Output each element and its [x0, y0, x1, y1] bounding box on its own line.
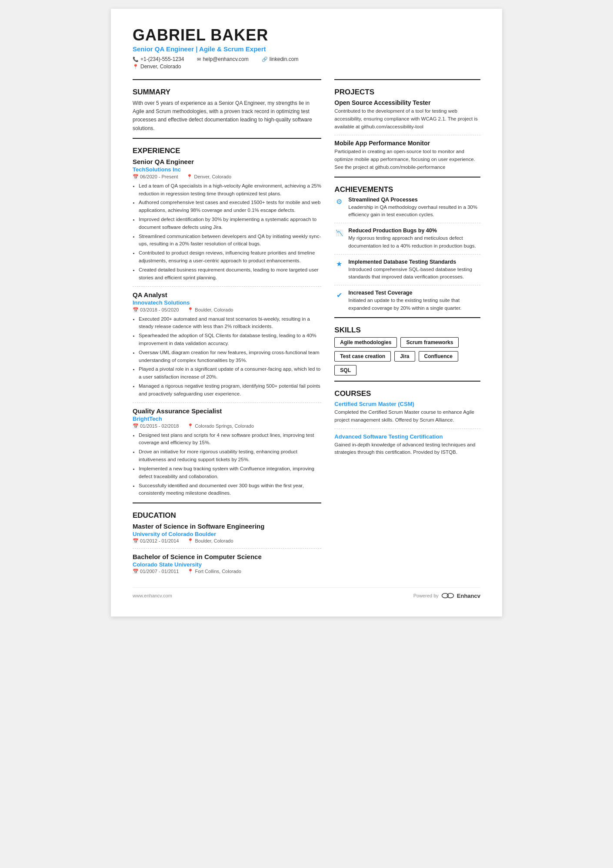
skills-grid: Agile methodologies Scrum frameworks Tes…	[334, 337, 480, 375]
skill-tag-1: Agile methodologies	[334, 337, 397, 348]
bullet-item: Played a pivotal role in a significant u…	[139, 365, 321, 381]
edu-location-1: 📍 Boulder, Colorado	[187, 538, 233, 544]
location-contact: 📍 Denver, Colorado	[133, 64, 181, 70]
summary-divider	[133, 79, 321, 80]
courses-title: COURSES	[334, 389, 480, 398]
achievements-divider	[334, 177, 480, 178]
achievement-item-4: ✔ Increased Test Coverage Initiated an u…	[334, 290, 480, 312]
degree-2: Bachelor of Science in Computer Science	[133, 553, 321, 560]
edu-cal-icon-1: 📅	[133, 538, 139, 543]
edu-item-2: Bachelor of Science in Computer Science …	[133, 553, 321, 574]
job-item: Quality Assurance Specialist BrightTech …	[133, 407, 321, 498]
courses-section: COURSES Certified Scrum Master (CSM) Com…	[334, 381, 480, 456]
education-title: EDUCATION	[133, 511, 321, 520]
job-bullets-1: Led a team of QA specialists in a high-v…	[133, 182, 321, 282]
email-contact: ✉ help@enhancv.com	[197, 56, 248, 62]
edu-date-1: 📅 01/2012 - 01/2014	[133, 538, 179, 544]
skill-tag-2: Scrum frameworks	[400, 337, 459, 348]
bullet-item: Improved defect identification by 30% by…	[139, 216, 321, 231]
job-bullets-2: Executed 200+ automated and manual test …	[133, 315, 321, 398]
enhancv-brand-name: Enhancv	[457, 593, 480, 599]
job-meta-2: 📅 03/2018 - 05/2020 📍 Boulder, Colorado	[133, 307, 321, 313]
achievement-title-4: Increased Test Coverage	[348, 290, 480, 296]
projects-title: PROJECTS	[334, 88, 480, 97]
ach-divider-1	[334, 223, 480, 223]
linkedin-contact: 🔗 linkedin.com	[262, 56, 299, 62]
edu-loc-icon-2: 📍	[187, 569, 193, 574]
bullet-item: Implemented a new bug tracking system wi…	[139, 465, 321, 481]
achievement-icon-1: ⚙	[334, 197, 344, 207]
candidate-title: Senior QA Engineer | Agile & Scrum Exper…	[133, 45, 480, 53]
main-content: SUMMARY With over 5 years of experience …	[133, 74, 480, 574]
edu-meta-1: 📅 01/2012 - 01/2014 📍 Boulder, Colorado	[133, 538, 321, 544]
achievements-title: ACHIEVEMENTS	[334, 185, 480, 194]
location-icon: 📍	[133, 64, 139, 70]
bullet-item: Authored comprehensive test cases and ex…	[139, 199, 321, 214]
edu-item-1: Master of Science in Software Engineerin…	[133, 523, 321, 544]
achievement-item-2: 📉 Reduced Production Bugs by 40% My rigo…	[334, 228, 480, 250]
course-item-2: Advanced Software Testing Certification …	[334, 433, 480, 457]
achievements-section: ACHIEVEMENTS ⚙ Streamlined QA Processes …	[334, 177, 480, 312]
left-column: SUMMARY With over 5 years of experience …	[133, 74, 321, 574]
skill-tag-5: Confluence	[419, 351, 458, 362]
edu-date-2: 📅 01/2007 - 01/2011	[133, 569, 179, 574]
skills-section: SKILLS Agile methodologies Scrum framewo…	[334, 317, 480, 375]
summary-text: With over 5 years of experience as a Sen…	[133, 99, 321, 133]
achievement-desc-3: Introduced comprehensive SQL-based datab…	[348, 266, 480, 281]
achievement-item-3: ★ Implemented Database Testing Standards…	[334, 259, 480, 281]
job-title-1: Senior QA Engineer	[133, 158, 321, 165]
experience-divider	[133, 138, 321, 139]
education-divider	[133, 503, 321, 503]
company-name-3: BrightTech	[133, 416, 321, 422]
projects-section: PROJECTS Open Source Accessibility Teste…	[334, 79, 480, 171]
project-item-2: Mobile App Performance Monitor Participa…	[334, 140, 480, 171]
edu-meta-2: 📅 01/2007 - 01/2011 📍 Fort Collins, Colo…	[133, 569, 321, 574]
link-icon: 🔗	[262, 57, 268, 62]
course-divider-1	[334, 429, 480, 429]
achievement-title-2: Reduced Production Bugs by 40%	[348, 228, 480, 234]
job-title-2: QA Analyst	[133, 291, 321, 298]
projects-divider	[334, 79, 480, 80]
edu-divider-1	[133, 548, 321, 549]
job-item: Senior QA Engineer TechSolutions Inc 📅 0…	[133, 158, 321, 282]
ach-divider-2	[334, 254, 480, 255]
skills-divider	[334, 317, 480, 318]
project-divider-1	[334, 135, 480, 135]
bullet-item: Led a team of QA specialists in a high-v…	[139, 182, 321, 198]
achievement-item-1: ⚙ Streamlined QA Processes Leadership in…	[334, 197, 480, 219]
job-divider-2	[133, 402, 321, 403]
project-desc-1: Contributed to the development of a tool…	[334, 107, 480, 131]
achievement-desc-4: Initiated an update to the existing test…	[348, 297, 480, 312]
calendar-icon-2: 📅	[133, 307, 139, 313]
course-title-1: Certified Scrum Master (CSM)	[334, 401, 480, 407]
bullet-item: Created detailed business requirement do…	[139, 266, 321, 282]
job-title-3: Quality Assurance Specialist	[133, 407, 321, 415]
location-icon-3: 📍	[187, 423, 193, 429]
project-title-1: Open Source Accessibility Tester	[334, 99, 480, 106]
email-icon: ✉	[197, 57, 201, 62]
courses-divider	[334, 381, 480, 382]
achievement-icon-2: 📉	[334, 228, 344, 238]
bullet-item: Contributed to product design reviews, i…	[139, 249, 321, 265]
location-row: 📍 Denver, Colorado	[133, 64, 480, 70]
school-1: University of Colorado Boulder	[133, 531, 321, 537]
achievement-content-4: Increased Test Coverage Initiated an upd…	[348, 290, 480, 312]
edu-location-2: 📍 Fort Collins, Colorado	[187, 569, 241, 574]
achievement-desc-1: Leadership in QA methodology overhaul re…	[348, 204, 480, 219]
job-location-1: 📍 Denver, Colorado	[187, 174, 231, 180]
job-divider-1	[133, 286, 321, 287]
job-meta-3: 📅 01/2015 - 02/2018 📍 Colorado Springs, …	[133, 423, 321, 429]
skills-title: SKILLS	[334, 326, 480, 335]
phone-icon: 📞	[133, 57, 139, 62]
bullet-item: Streamlined communication between develo…	[139, 233, 321, 248]
resume-container: GABRIEL BAKER Senior QA Engineer | Agile…	[111, 9, 502, 617]
experience-section: EXPERIENCE Senior QA Engineer TechSoluti…	[133, 138, 321, 497]
summary-title: SUMMARY	[133, 88, 321, 97]
company-name-1: TechSolutions Inc	[133, 166, 321, 173]
summary-section: SUMMARY With over 5 years of experience …	[133, 79, 321, 133]
course-item-1: Certified Scrum Master (CSM) Completed t…	[334, 401, 480, 424]
footer-website: www.enhancv.com	[133, 593, 172, 598]
bullet-item: Spearheaded the adoption of SQL Clients …	[139, 332, 321, 348]
enhancv-logo-icon	[441, 592, 454, 599]
bullet-item: Drove an initiative for more rigorous us…	[139, 448, 321, 464]
